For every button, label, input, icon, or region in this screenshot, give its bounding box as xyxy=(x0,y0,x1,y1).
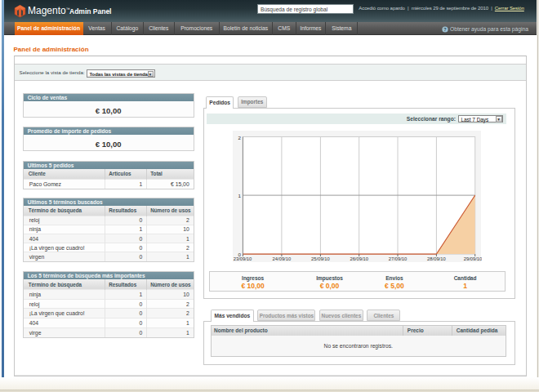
svg-text:29/09/10: 29/09/10 xyxy=(463,256,481,261)
svg-text:25/09/10: 25/09/10 xyxy=(311,256,330,261)
svg-text:26/09/10: 26/09/10 xyxy=(350,256,368,261)
svg-text:2: 2 xyxy=(238,135,241,140)
svg-text:23/09/10: 23/09/10 xyxy=(233,256,252,261)
svg-text:28/09/10: 28/09/10 xyxy=(427,256,446,261)
svg-text:1: 1 xyxy=(238,193,241,198)
svg-text:24/09/10: 24/09/10 xyxy=(272,256,291,261)
svg-text:27/09/10: 27/09/10 xyxy=(388,256,407,261)
